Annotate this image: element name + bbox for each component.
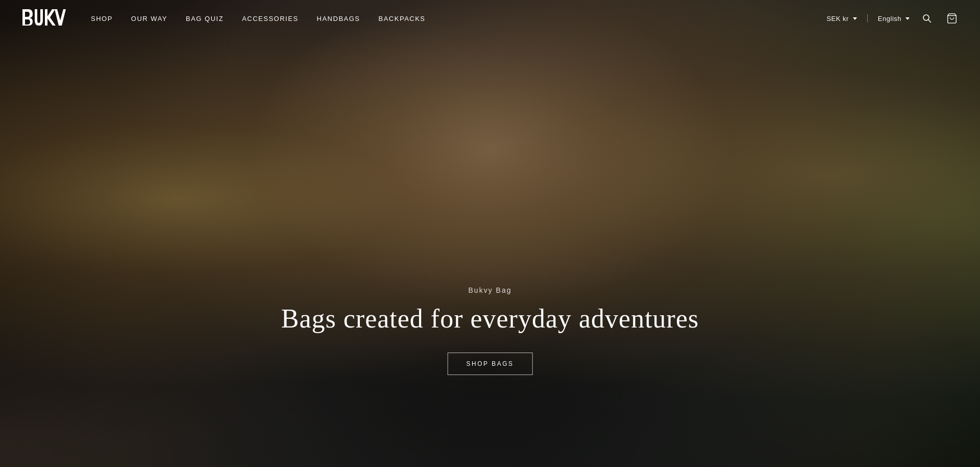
hero-section: SHOP OUR WAY BAG QUIZ ACCESSORIES HANDBA…: [0, 0, 980, 467]
nav-item-our-way[interactable]: OUR WAY: [131, 15, 167, 22]
header-divider: [867, 14, 868, 22]
nav-item-backpacks[interactable]: BACKPACKS: [379, 15, 426, 22]
svg-line-1: [928, 20, 932, 23]
search-icon: [922, 13, 932, 24]
hero-subtitle: Bukvy Bag: [281, 286, 699, 294]
main-nav: SHOP OUR WAY BAG QUIZ ACCESSORIES HANDBA…: [91, 15, 426, 22]
header-left: SHOP OUR WAY BAG QUIZ ACCESSORIES HANDBA…: [20, 6, 426, 31]
cart-icon: [946, 13, 958, 24]
nav-item-accessories[interactable]: ACCESSORIES: [242, 15, 298, 22]
header-right: SEK kr English: [826, 11, 960, 26]
svg-point-0: [923, 15, 929, 20]
logo-svg: [20, 6, 66, 29]
shop-bags-button[interactable]: SHOP BAGS: [448, 353, 533, 375]
language-selector[interactable]: English: [878, 15, 910, 22]
hero-overlay: [0, 0, 980, 467]
currency-label: SEK kr: [826, 15, 848, 22]
currency-chevron-icon: [853, 17, 857, 20]
search-button[interactable]: [920, 11, 934, 26]
nav-item-shop[interactable]: SHOP: [91, 15, 113, 22]
site-header: SHOP OUR WAY BAG QUIZ ACCESSORIES HANDBA…: [0, 0, 980, 37]
language-label: English: [878, 15, 901, 22]
hero-title: Bags created for everyday adventures: [281, 303, 699, 334]
language-chevron-icon: [905, 17, 910, 20]
site-logo[interactable]: [20, 6, 66, 31]
nav-item-handbags[interactable]: HANDBAGS: [317, 15, 360, 22]
cart-button[interactable]: [944, 11, 960, 26]
hero-content: Bukvy Bag Bags created for everyday adve…: [281, 286, 699, 375]
nav-item-bag-quiz[interactable]: BAG QUIZ: [186, 15, 224, 22]
currency-selector[interactable]: SEK kr: [826, 15, 856, 22]
